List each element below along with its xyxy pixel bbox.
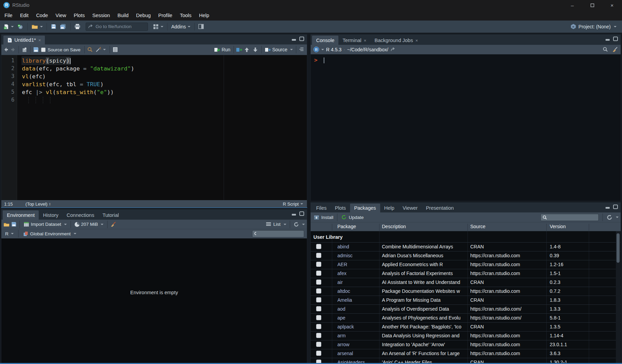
addins-button[interactable]: Addins [170, 23, 191, 30]
package-checkbox[interactable] [316, 333, 321, 338]
package-name-link[interactable]: ape [337, 315, 377, 321]
maximize-pane-icon[interactable] [613, 205, 618, 209]
code-line-1[interactable]: 1library(spicy) [1, 57, 307, 65]
goto-file-input[interactable] [95, 24, 143, 29]
run-button[interactable]: Run [213, 46, 232, 53]
save-icon[interactable] [33, 47, 39, 52]
package-name-link[interactable]: abind [337, 244, 377, 249]
workspace-panes-button[interactable] [152, 23, 164, 30]
menu-code[interactable]: Code [32, 13, 52, 18]
working-directory[interactable]: ~/Code/R/sandbox/ [347, 47, 388, 52]
menu-view[interactable]: View [52, 13, 70, 18]
list-view-label[interactable]: List [273, 222, 281, 227]
package-checkbox[interactable] [316, 244, 321, 249]
minimize-pane-icon[interactable] [605, 205, 610, 209]
package-name-link[interactable]: aplpack [337, 324, 377, 329]
save-workspace-icon[interactable] [11, 222, 17, 227]
pane-layout-button[interactable] [197, 23, 205, 30]
code-editor[interactable]: 1library(spicy)2data(efc, package = "dat… [1, 55, 307, 200]
go-to-next-icon[interactable] [253, 47, 258, 52]
scope-selector[interactable]: (Top Level) ▴▾ [24, 201, 51, 207]
column-header-source[interactable]: Source [470, 224, 485, 229]
source-button[interactable]: Source [264, 46, 294, 53]
file-type-selector[interactable]: R Script [282, 201, 304, 207]
load-workspace-icon[interactable] [3, 222, 10, 227]
source-on-save-checkbox[interactable] [41, 48, 46, 52]
menu-debug[interactable]: Debug [132, 13, 154, 18]
open-file-button[interactable] [30, 23, 44, 30]
code-tools-button[interactable] [94, 46, 107, 53]
packages-search-input[interactable] [548, 214, 593, 220]
tab-environment[interactable]: Environment [3, 210, 39, 220]
package-name-link[interactable]: arrow [337, 342, 377, 347]
compile-report-icon[interactable] [113, 47, 118, 52]
package-checkbox[interactable] [316, 351, 321, 356]
close-button[interactable]: × [602, 0, 622, 10]
refresh-packages-icon[interactable] [607, 214, 612, 220]
packages-scrollbar[interactable] [616, 231, 620, 364]
pane-splitter[interactable] [1, 207, 307, 208]
menu-help[interactable]: Help [195, 13, 213, 18]
code-line-3[interactable]: 3vl(efc) [1, 73, 307, 80]
tab-connections[interactable]: Connections [63, 211, 99, 220]
maximize-pane-icon[interactable] [299, 37, 304, 41]
close-tab-icon[interactable]: × [364, 38, 366, 43]
menu-profile[interactable]: Profile [154, 13, 176, 18]
environment-scope-selector[interactable]: Global Environment [22, 231, 78, 237]
install-button[interactable]: Install [313, 214, 334, 221]
new-project-button[interactable]: R [16, 23, 25, 30]
search-console-icon[interactable] [603, 47, 608, 52]
console-output[interactable]: > [311, 54, 621, 201]
close-tab-icon[interactable]: × [38, 38, 41, 43]
code-line-4[interactable]: 4varlist(efc, tbl = TRUE) [1, 80, 307, 88]
maximize-button[interactable] [582, 0, 602, 10]
menu-plots[interactable]: Plots [70, 13, 88, 18]
menu-edit[interactable]: Edit [16, 13, 32, 18]
package-name-link[interactable]: air [337, 280, 377, 285]
code-line-6[interactable]: 6 [1, 96, 307, 104]
package-checkbox[interactable] [316, 271, 321, 276]
package-checkbox[interactable] [316, 280, 321, 285]
package-checkbox[interactable] [316, 315, 321, 320]
package-checkbox[interactable] [316, 324, 321, 329]
import-dataset-button[interactable]: Import Dataset [23, 221, 68, 228]
package-checkbox[interactable] [316, 306, 321, 311]
column-header-package[interactable]: Package [337, 224, 356, 229]
forward-icon[interactable] [10, 47, 16, 52]
package-checkbox[interactable] [316, 342, 321, 347]
minimize-button[interactable]: – [562, 0, 582, 10]
tab-files[interactable]: Files [312, 204, 331, 212]
save-button[interactable] [50, 23, 58, 30]
tab-untitled1[interactable]: R Untitled1* × [3, 36, 45, 44]
document-outline-icon[interactable] [298, 47, 304, 52]
column-header-version[interactable]: Version [550, 224, 566, 229]
tab-background-jobs[interactable]: Background Jobs × [371, 36, 422, 45]
tab-help[interactable]: Help [380, 204, 399, 212]
refresh-icon[interactable] [294, 222, 299, 227]
tab-packages[interactable]: Packages [350, 204, 380, 212]
column-header-description[interactable]: Description [382, 224, 406, 229]
tab-viewer[interactable]: Viewer [398, 204, 422, 212]
package-name-link[interactable]: arsenal [337, 351, 377, 356]
package-name-link[interactable]: afex [337, 271, 377, 276]
source-on-save-control[interactable]: Source on Save [40, 47, 82, 53]
save-all-button[interactable] [59, 23, 67, 30]
code-line-2[interactable]: 2data(efc, package = "datawizard") [1, 65, 307, 73]
package-checkbox[interactable] [316, 262, 321, 267]
package-checkbox[interactable] [316, 253, 321, 258]
language-selector[interactable]: R [4, 231, 15, 237]
tab-console[interactable]: Console [312, 36, 338, 45]
clear-console-broom-icon[interactable] [612, 47, 618, 52]
find-replace-icon[interactable] [87, 47, 93, 52]
print-button[interactable] [73, 23, 82, 30]
go-to-previous-icon[interactable] [244, 47, 249, 52]
maximize-pane-icon[interactable] [613, 37, 618, 41]
tab-tutorial[interactable]: Tutorial [98, 211, 123, 220]
package-name-link[interactable]: Amelia [337, 297, 377, 303]
package-checkbox[interactable] [316, 297, 321, 302]
minimize-pane-icon[interactable] [291, 212, 296, 216]
show-in-new-window-icon[interactable] [22, 47, 27, 52]
tab-presentation[interactable]: Presentation [422, 204, 458, 212]
scrollbar-thumb[interactable] [617, 233, 620, 263]
update-button[interactable]: Update [340, 214, 365, 221]
